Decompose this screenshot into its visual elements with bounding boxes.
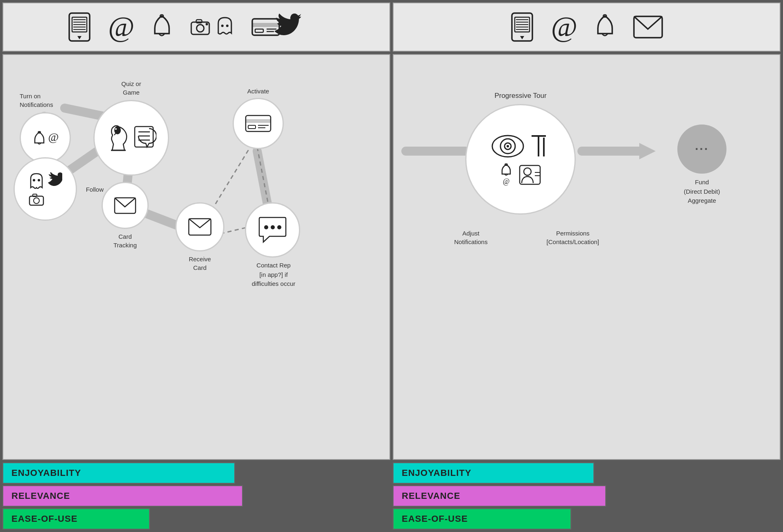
svg-rect-10	[196, 20, 202, 23]
permissions-label: Permissions [Contacts/Location]	[547, 229, 599, 246]
left-icon-bar: @	[2, 2, 390, 52]
svg-rect-48	[248, 125, 256, 129]
follow-cluster: Follow	[14, 157, 77, 221]
progressive-tour-cluster: Progressive Tour	[465, 92, 576, 215]
adjust-notifications-label: Adjust Notifications	[454, 229, 488, 246]
card-tracking-cluster: Card Tracking	[102, 182, 149, 249]
right-icon-bar: @	[393, 2, 781, 52]
right-envelope-icon	[633, 15, 663, 39]
contact-rep-cluster: Contact Rep [in app?] if difficulties oc…	[245, 202, 315, 289]
svg-point-69	[507, 145, 509, 147]
receive-card-circle	[175, 202, 224, 251]
left-content-area: Turn on Notifications @	[2, 54, 390, 460]
activate-cluster: Activate	[233, 88, 284, 149]
notifications-cluster: Turn on Notifications @	[20, 92, 71, 163]
contact-rep-circle	[245, 202, 300, 258]
svg-rect-16	[255, 29, 263, 32]
right-ease-bar: EASE-OF-USE	[393, 508, 571, 530]
svg-point-53	[277, 225, 281, 229]
left-ease-label: EASE-OF-USE	[11, 514, 77, 524]
right-at-icon: @	[551, 11, 577, 43]
svg-point-9	[197, 25, 204, 32]
progressive-tour-circle: @	[465, 104, 576, 215]
right-diagram-svg	[394, 55, 780, 459]
progressive-tour-label: Progressive Tour	[465, 92, 576, 100]
svg-line-29	[257, 147, 269, 211]
card-tracking-circle	[102, 182, 149, 229]
svg-point-52	[271, 225, 275, 229]
svg-rect-46	[246, 115, 271, 131]
right-relevance-label: RELEVANCE	[402, 491, 460, 501]
left-enjoyability-label: ENJOYABILITY	[11, 468, 81, 478]
receive-card-cluster: Receive Card	[175, 202, 224, 272]
left-ease-bar: EASE-OF-USE	[2, 508, 150, 530]
right-enjoyability-label: ENJOYABILITY	[402, 468, 471, 478]
activate-label: Activate	[233, 88, 284, 95]
svg-point-75	[524, 168, 531, 175]
svg-point-35	[34, 198, 39, 204]
right-content-area: Progressive Tour	[393, 54, 781, 460]
bell-icon	[151, 14, 173, 41]
quiz-cluster: Quiz or Game	[93, 79, 169, 176]
at-icon: @	[108, 11, 134, 43]
left-relevance-bar: RELEVANCE	[2, 485, 243, 507]
right-panel: @	[393, 2, 781, 530]
receive-card-label: Receive Card	[175, 255, 224, 272]
svg-rect-47	[246, 119, 271, 123]
quiz-circle	[93, 100, 169, 176]
right-relevance-bar: RELEVANCE	[393, 485, 606, 507]
main-layout: @	[2, 2, 781, 530]
follow-circle	[14, 157, 77, 221]
fund-circle: ···	[677, 125, 726, 174]
follow-label: Follow	[86, 186, 104, 193]
quiz-label: Quiz or Game	[93, 79, 169, 97]
svg-point-51	[264, 225, 268, 229]
camera-ghost-icons	[190, 15, 235, 39]
left-relevance-label: RELEVANCE	[11, 491, 70, 501]
svg-point-33	[38, 179, 40, 181]
activate-circle	[233, 98, 284, 149]
notifications-label: Turn on Notifications	[20, 92, 71, 109]
svg-point-11	[206, 23, 208, 25]
svg-marker-65	[639, 143, 656, 159]
svg-point-32	[33, 179, 35, 181]
right-phone-icon	[510, 12, 534, 42]
left-enjoyability-bar: ENJOYABILITY	[2, 462, 235, 484]
fund-label: Fund (Direct Debit) Aggregate	[677, 178, 726, 206]
phone-icon	[67, 12, 92, 42]
svg-rect-36	[33, 194, 37, 197]
svg-rect-40	[135, 127, 153, 147]
svg-point-12	[221, 25, 224, 27]
twitter-bird-icon	[272, 13, 301, 37]
left-panel: @	[2, 2, 390, 530]
notifications-circle: @	[20, 112, 71, 163]
card-tracking-label: Card Tracking	[102, 232, 149, 249]
right-metrics: ENJOYABILITY RELEVANCE EASE-OF-USE	[393, 462, 781, 530]
svg-point-13	[226, 25, 229, 27]
contact-rep-label: Contact Rep [in app?] if difficulties oc…	[233, 261, 315, 289]
fund-cluster: ··· Fund (Direct Debit) Aggregate	[677, 125, 726, 206]
svg-point-38	[115, 128, 117, 130]
right-bell-icon	[594, 14, 616, 41]
left-metrics: ENJOYABILITY RELEVANCE EASE-OF-USE	[2, 462, 390, 530]
right-enjoyability-bar: ENJOYABILITY	[393, 462, 594, 484]
right-ease-label: EASE-OF-USE	[402, 514, 468, 524]
